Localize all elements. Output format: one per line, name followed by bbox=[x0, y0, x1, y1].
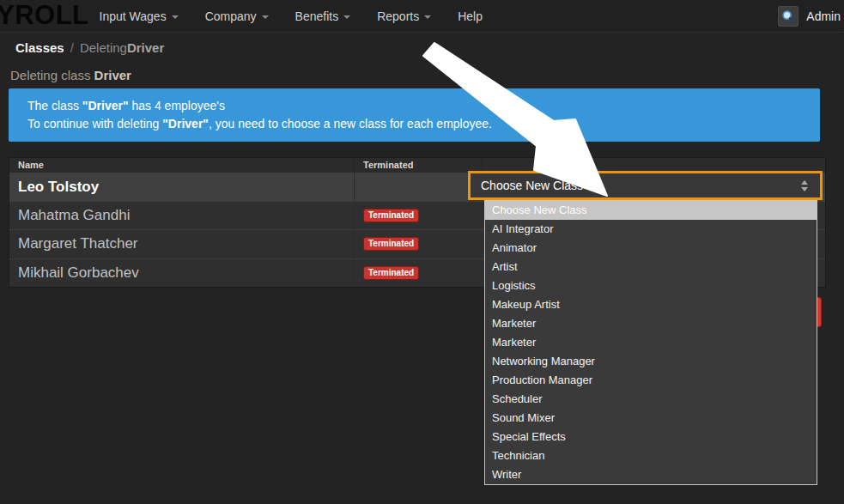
alert-line-2: To continue with deleting "Driver", you … bbox=[27, 115, 820, 133]
employee-name: Mahatma Gandhi bbox=[9, 202, 354, 229]
admin-menu[interactable]: Admin bbox=[806, 9, 841, 23]
select-arrows-icon bbox=[801, 180, 808, 191]
top-nav: YROLL Input Wages Company Benefits Repor… bbox=[0, 0, 844, 33]
terminated-cell: Terminated bbox=[354, 230, 482, 258]
main-menu: Input Wages Company Benefits Reports Hel… bbox=[100, 9, 483, 23]
employee-name: Leo Tolstoy bbox=[9, 173, 354, 201]
menu-item-label: Input Wages bbox=[100, 9, 167, 23]
class-dropdown: Choose New Class AI Integrator Animator … bbox=[484, 200, 817, 485]
menu-item[interactable]: Reports bbox=[377, 9, 431, 23]
dropdown-option[interactable]: Makeup Artist bbox=[485, 295, 817, 314]
menu-item[interactable]: Benefits bbox=[295, 9, 351, 23]
dropdown-option[interactable]: AI Integrator bbox=[485, 220, 817, 239]
breadcrumb-separator: / bbox=[70, 40, 74, 55]
page-title: Deleting class Driver bbox=[10, 68, 131, 82]
class-select-value: Choose New Class bbox=[481, 179, 583, 192]
chevron-down-icon bbox=[172, 15, 179, 19]
dropdown-option[interactable]: Sound Mixer bbox=[485, 409, 817, 428]
terminated-cell: Terminated bbox=[354, 202, 482, 229]
chevron-down-icon bbox=[343, 15, 350, 19]
search-icon bbox=[780, 9, 796, 24]
chevron-down-icon bbox=[424, 15, 431, 19]
menu-item-label: Help bbox=[458, 9, 483, 23]
dropdown-option[interactable]: Writer bbox=[485, 465, 817, 484]
terminated-badge: Terminated bbox=[363, 209, 419, 222]
dropdown-option[interactable]: Animator bbox=[485, 239, 817, 258]
employee-name: Mikhail Gorbachev bbox=[9, 259, 354, 287]
dropdown-option[interactable]: Special Effects bbox=[485, 428, 817, 446]
dropdown-option[interactable]: Production Manager bbox=[485, 371, 817, 390]
employee-name: Margaret Thatcher bbox=[9, 230, 354, 258]
dropdown-option[interactable]: Marketer bbox=[485, 333, 817, 352]
alert-banner: The class "Driver" has 4 employee's To c… bbox=[9, 88, 820, 142]
terminated-badge: Terminated bbox=[363, 237, 419, 251]
menu-item-label: Reports bbox=[377, 9, 419, 23]
column-header-terminated: Terminated bbox=[354, 158, 482, 173]
menu-item-label: Company bbox=[205, 9, 257, 23]
terminated-cell: Terminated bbox=[354, 259, 482, 287]
payroll-app: YROLL Input Wages Company Benefits Repor… bbox=[0, 0, 844, 504]
breadcrumb: Classes/DeletingDriver bbox=[15, 40, 164, 55]
terminated-cell bbox=[354, 173, 482, 201]
menu-item[interactable]: Help bbox=[458, 9, 483, 23]
terminated-badge: Terminated bbox=[363, 266, 419, 280]
search-button[interactable] bbox=[778, 6, 798, 27]
nav-right: Admin bbox=[778, 6, 841, 27]
dropdown-option[interactable]: Marketer bbox=[485, 314, 817, 333]
dropdown-option[interactable]: Technician bbox=[485, 446, 817, 465]
menu-item-label: Benefits bbox=[295, 9, 339, 23]
dropdown-option[interactable]: Networking Manager bbox=[485, 352, 817, 371]
dropdown-option[interactable]: Logistics bbox=[485, 276, 817, 295]
app-logo: YROLL bbox=[0, 0, 89, 32]
menu-item[interactable]: Company bbox=[205, 9, 269, 23]
chevron-down-icon bbox=[262, 15, 269, 19]
menu-item[interactable]: Input Wages bbox=[100, 9, 179, 23]
dropdown-option[interactable]: Choose New Class bbox=[485, 201, 817, 220]
alert-line-1: The class "Driver" has 4 employee's bbox=[27, 97, 820, 115]
class-select[interactable]: Choose New Class bbox=[468, 171, 823, 200]
breadcrumb-current-page: DeletingDriver bbox=[80, 40, 164, 55]
dropdown-option[interactable]: Artist bbox=[485, 258, 817, 276]
column-header-name: Name bbox=[9, 158, 354, 173]
breadcrumb-classes-link[interactable]: Classes bbox=[15, 40, 64, 55]
dropdown-option[interactable]: Scheduler bbox=[485, 390, 817, 409]
